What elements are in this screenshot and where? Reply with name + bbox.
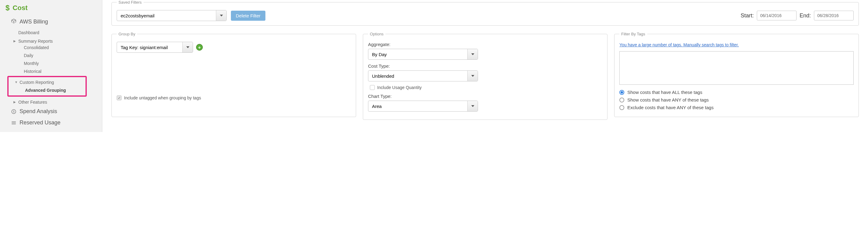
- cost-type-select[interactable]: [368, 70, 478, 81]
- menu-icon: [11, 120, 17, 125]
- include-usage-label: Include Usage Quantity: [377, 85, 422, 90]
- radio-icon[interactable]: [619, 90, 624, 95]
- options-fieldset: Options Aggregate: Cost Type:: [363, 32, 608, 120]
- cube-icon: [11, 18, 17, 25]
- coin-icon: $: [11, 109, 17, 114]
- saved-filters-legend: Saved Filters: [117, 0, 144, 5]
- sidebar-item-dashboard[interactable]: Dashboard: [18, 28, 102, 37]
- add-group-button[interactable]: +: [196, 44, 203, 50]
- dollar-icon: $: [5, 4, 9, 12]
- chart-type-value[interactable]: [368, 101, 467, 111]
- radio-icon[interactable]: [619, 105, 624, 110]
- end-date-input[interactable]: [814, 11, 854, 21]
- filter-by-tags-fieldset: Filter By Tags You have a large number o…: [614, 32, 859, 117]
- sidebar: $ Cost AWS Billing Dashboard ▶ Summary R…: [0, 0, 102, 132]
- aws-billing-item[interactable]: AWS Billing: [0, 16, 102, 28]
- caret-down-icon: ▼: [15, 80, 18, 84]
- sidebar-item-summary-reports[interactable]: ▶ Summary Reports Consolidated Daily Mon…: [18, 37, 102, 77]
- reserved-usage-label: Reserved Usage: [20, 119, 60, 126]
- chevron-down-icon[interactable]: [467, 101, 478, 111]
- chevron-down-icon[interactable]: [467, 71, 478, 81]
- sidebar-item-consolidated[interactable]: Consolidated: [24, 44, 102, 51]
- radio-exclude-label: Exclude costs that have ANY of these tag…: [627, 105, 713, 110]
- sidebar-item-historical[interactable]: Historical: [24, 67, 102, 75]
- saved-filter-combo[interactable]: [117, 10, 227, 21]
- group-by-value[interactable]: [117, 42, 182, 52]
- radio-any-label: Show costs that have ANY of these tags: [627, 97, 709, 103]
- saved-filter-input[interactable]: [117, 10, 216, 21]
- include-usage-row[interactable]: Include Usage Quantity: [370, 85, 602, 90]
- main-content: Saved Filters Delete Filter Start: End:: [102, 0, 868, 132]
- delete-filter-button[interactable]: Delete Filter: [231, 11, 266, 21]
- spend-analysis-label: Spend Analysis: [20, 108, 57, 115]
- include-untagged-checkbox[interactable]: [117, 96, 122, 100]
- chevron-down-icon[interactable]: [467, 49, 478, 60]
- aggregate-select[interactable]: [368, 49, 478, 60]
- group-by-legend: Group By: [117, 32, 137, 36]
- sidebar-item-monthly[interactable]: Monthly: [24, 60, 102, 67]
- caret-right-icon: ▶: [13, 100, 16, 104]
- start-label: Start:: [741, 12, 754, 19]
- saved-filters-fieldset: Saved Filters Delete Filter Start: End:: [112, 0, 859, 26]
- group-by-select[interactable]: [117, 42, 193, 53]
- radio-exclude-tags[interactable]: Exclude costs that have ANY of these tag…: [619, 104, 854, 111]
- sidebar-item-other-features[interactable]: ▶ Other Features: [18, 98, 102, 106]
- chart-type-select[interactable]: [368, 101, 478, 112]
- date-range: Start: End:: [741, 11, 854, 21]
- svg-text:$: $: [13, 110, 15, 113]
- aws-billing-label: AWS Billing: [20, 18, 48, 25]
- aggregate-label: Aggregate:: [368, 42, 602, 47]
- radio-all-tags[interactable]: Show costs that have ALL these tags: [619, 88, 854, 96]
- cost-type-label: Cost Type:: [368, 64, 602, 69]
- sidebar-item-advanced-grouping[interactable]: Advanced Grouping: [20, 86, 86, 94]
- sidebar-item-custom-reporting[interactable]: ▼ Custom Reporting: [20, 78, 86, 86]
- chevron-down-icon[interactable]: [216, 10, 226, 21]
- tags-search-link[interactable]: You have a large number of tags. Manuall…: [619, 42, 854, 48]
- sidebar-item-daily[interactable]: Daily: [24, 51, 102, 60]
- custom-reporting-highlight: ▼ Custom Reporting Advanced Grouping: [7, 76, 87, 97]
- radio-any-tags[interactable]: Show costs that have ANY of these tags: [619, 96, 854, 104]
- cost-type-value[interactable]: [368, 71, 467, 81]
- filter-by-tags-legend: Filter By Tags: [619, 32, 647, 36]
- radio-all-label: Show costs that have ALL these tags: [627, 90, 702, 95]
- include-untagged-label: Include untagged when grouping by tags: [124, 96, 201, 100]
- tags-listbox[interactable]: [619, 51, 854, 85]
- aggregate-value[interactable]: [368, 49, 467, 60]
- caret-right-icon: ▶: [13, 39, 16, 43]
- group-by-fieldset: Group By + Include untagged when groupin…: [112, 32, 356, 117]
- end-label: End:: [800, 12, 811, 19]
- include-usage-checkbox[interactable]: [370, 85, 375, 90]
- chart-type-label: Chart Type:: [368, 93, 602, 99]
- chevron-down-icon[interactable]: [182, 42, 193, 52]
- radio-icon[interactable]: [619, 98, 624, 103]
- include-untagged-row[interactable]: Include untagged when grouping by tags: [117, 96, 351, 100]
- cost-title: $ Cost: [0, 4, 102, 16]
- start-date-input[interactable]: [757, 11, 797, 21]
- spend-analysis-item[interactable]: $ Spend Analysis: [0, 106, 102, 118]
- cost-title-label: Cost: [12, 4, 28, 12]
- reserved-usage-item[interactable]: Reserved Usage: [0, 118, 102, 129]
- options-legend: Options: [368, 32, 385, 36]
